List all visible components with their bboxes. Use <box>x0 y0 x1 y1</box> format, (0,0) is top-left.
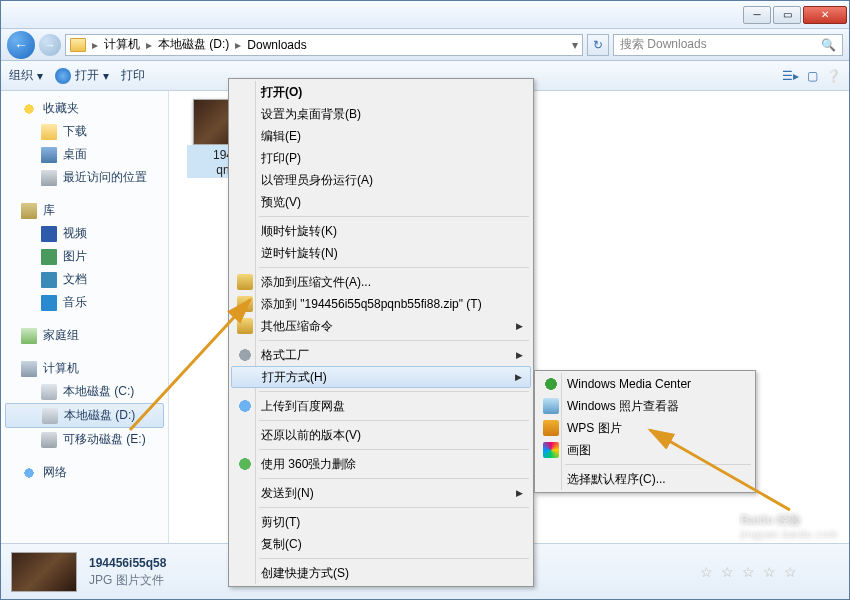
sidebar-documents[interactable]: 文档 <box>1 268 168 291</box>
sidebar-network[interactable]: 网络 <box>1 461 168 484</box>
address-bar[interactable]: ▸ 计算机 ▸ 本地磁盘 (D:) ▸ Downloads ▾ <box>65 34 583 56</box>
recent-icon <box>41 170 57 186</box>
breadcrumb-root[interactable]: 计算机 <box>104 36 140 53</box>
details-filename: 194456i55q58 <box>89 555 166 572</box>
view-mode-button[interactable]: ☰▸ <box>782 69 799 83</box>
homegroup-icon <box>21 328 37 344</box>
wmc-icon <box>543 376 559 392</box>
open-with-item[interactable]: Windows 照片查看器 <box>537 395 753 417</box>
star-icon <box>21 101 37 117</box>
sidebar-favorites[interactable]: 收藏夹 <box>1 97 168 120</box>
computer-icon <box>21 361 37 377</box>
sidebar-videos[interactable]: 视频 <box>1 222 168 245</box>
zip-icon <box>237 274 253 290</box>
organize-menu[interactable]: 组织 ▾ <box>9 67 43 84</box>
context-menu-item[interactable]: 发送到(N)▶ <box>231 482 531 504</box>
open-icon <box>55 68 71 84</box>
maximize-button[interactable]: ▭ <box>773 6 801 24</box>
context-menu-item[interactable]: 格式工厂▶ <box>231 344 531 366</box>
close-button[interactable]: ✕ <box>803 6 847 24</box>
zip-icon <box>237 318 253 334</box>
wps-icon <box>543 420 559 436</box>
chevron-right-icon: ▸ <box>144 38 154 52</box>
context-menu-item[interactable]: 编辑(E) <box>231 125 531 147</box>
preview-thumbnail <box>11 552 77 592</box>
context-menu-item[interactable]: 预览(V) <box>231 191 531 213</box>
folder-icon <box>70 38 86 52</box>
removable-drive-icon <box>41 432 57 448</box>
viewer-icon <box>543 398 559 414</box>
sidebar-music[interactable]: 音乐 <box>1 291 168 314</box>
picture-icon <box>41 249 57 265</box>
print-button[interactable]: 打印 <box>121 67 145 84</box>
context-menu-item[interactable]: 顺时针旋转(K) <box>231 220 531 242</box>
context-menu-item[interactable]: 打开(O) <box>231 81 531 103</box>
breadcrumb-drive[interactable]: 本地磁盘 (D:) <box>158 36 229 53</box>
sidebar-libraries[interactable]: 库 <box>1 199 168 222</box>
video-icon <box>41 226 57 242</box>
sidebar-drive-e[interactable]: 可移动磁盘 (E:) <box>1 428 168 451</box>
open-button[interactable]: 打开 ▾ <box>55 67 109 84</box>
forward-button[interactable]: → <box>39 34 61 56</box>
breadcrumb-folder[interactable]: Downloads <box>247 38 306 52</box>
zip-icon <box>237 296 253 312</box>
context-menu-item[interactable]: 打印(P) <box>231 147 531 169</box>
context-menu-item[interactable]: 使用 360强力删除 <box>231 453 531 475</box>
document-icon <box>41 272 57 288</box>
drive-icon <box>41 384 57 400</box>
search-placeholder: 搜索 Downloads <box>620 36 707 53</box>
sidebar-drive-d[interactable]: 本地磁盘 (D:) <box>5 403 164 428</box>
context-menu-item[interactable]: 打开方式(H)▶ <box>231 366 531 388</box>
desktop-icon <box>41 147 57 163</box>
context-menu-item[interactable]: 其他压缩命令▶ <box>231 315 531 337</box>
chevron-right-icon: ▸ <box>90 38 100 52</box>
context-menu-item[interactable]: 逆时针旋转(N) <box>231 242 531 264</box>
sidebar-desktop[interactable]: 桌面 <box>1 143 168 166</box>
context-menu-item[interactable]: 创建快捷方式(S) <box>231 562 531 584</box>
drive-icon <box>42 408 58 424</box>
sidebar-computer[interactable]: 计算机 <box>1 357 168 380</box>
sidebar-recent[interactable]: 最近访问的位置 <box>1 166 168 189</box>
help-button[interactable]: ❔ <box>826 69 841 83</box>
open-with-item[interactable]: 画图 <box>537 439 753 461</box>
music-icon <box>41 295 57 311</box>
preview-pane-button[interactable]: ▢ <box>807 69 818 83</box>
context-menu-item[interactable]: 复制(C) <box>231 533 531 555</box>
chevron-down-icon[interactable]: ▾ <box>572 38 578 52</box>
context-menu-item[interactable]: 以管理员身份运行(A) <box>231 169 531 191</box>
context-menu-item[interactable]: 设置为桌面背景(B) <box>231 103 531 125</box>
d360-icon <box>237 456 253 472</box>
sidebar-downloads[interactable]: 下载 <box>1 120 168 143</box>
refresh-button[interactable]: ↻ <box>587 34 609 56</box>
folder-icon <box>41 124 57 140</box>
context-menu: 打开(O)设置为桌面背景(B)编辑(E)打印(P)以管理员身份运行(A)预览(V… <box>228 78 534 587</box>
context-menu-item[interactable]: 剪切(T) <box>231 511 531 533</box>
context-menu-item[interactable]: 还原以前的版本(V) <box>231 424 531 446</box>
back-button[interactable]: ← <box>7 31 35 59</box>
network-icon <box>21 465 37 481</box>
sidebar-drive-c[interactable]: 本地磁盘 (C:) <box>1 380 168 403</box>
open-with-item[interactable]: Windows Media Center <box>537 373 753 395</box>
gear-icon <box>237 347 253 363</box>
rating-stars[interactable]: ☆ ☆ ☆ ☆ ☆ <box>700 564 799 580</box>
open-with-item[interactable]: WPS 图片 <box>537 417 753 439</box>
submenu-arrow-icon: ▶ <box>516 321 523 331</box>
nav-pane: 收藏夹 下载 桌面 最近访问的位置 库 视频 图片 文档 音乐 家庭组 计算机 … <box>1 91 169 599</box>
library-icon <box>21 203 37 219</box>
sidebar-homegroup[interactable]: 家庭组 <box>1 324 168 347</box>
submenu-arrow-icon: ▶ <box>515 372 522 382</box>
open-with-submenu: Windows Media CenterWindows 照片查看器WPS 图片画… <box>534 370 756 493</box>
context-menu-item[interactable]: 添加到 "194456i55q58pqnb55fi88.zip" (T) <box>231 293 531 315</box>
context-menu-item[interactable]: 上传到百度网盘 <box>231 395 531 417</box>
context-menu-item[interactable]: 添加到压缩文件(A)... <box>231 271 531 293</box>
search-input[interactable]: 搜索 Downloads 🔍 <box>613 34 843 56</box>
globe-icon <box>237 398 253 414</box>
sidebar-pictures[interactable]: 图片 <box>1 245 168 268</box>
paint-icon <box>543 442 559 458</box>
choose-default-program[interactable]: 选择默认程序(C)... <box>537 468 753 490</box>
minimize-button[interactable]: ─ <box>743 6 771 24</box>
search-icon: 🔍 <box>821 38 836 52</box>
chevron-right-icon: ▸ <box>233 38 243 52</box>
titlebar: ─ ▭ ✕ <box>1 1 849 29</box>
nav-bar: ← → ▸ 计算机 ▸ 本地磁盘 (D:) ▸ Downloads ▾ ↻ 搜索… <box>1 29 849 61</box>
